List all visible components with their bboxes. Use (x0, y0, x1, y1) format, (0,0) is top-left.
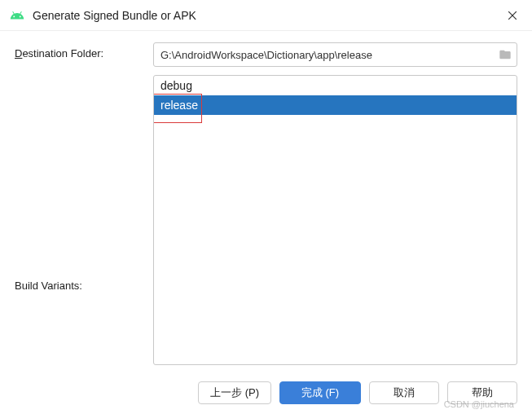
build-variants-label: Build Variants: (15, 75, 153, 365)
finish-button[interactable]: 完成 (F) (279, 381, 361, 404)
variant-item-release[interactable]: release (154, 95, 517, 115)
close-button[interactable] (503, 6, 522, 25)
title-bar: Generate Signed Bundle or APK (0, 0, 532, 31)
variant-item-debug[interactable]: debug (154, 76, 517, 95)
help-button[interactable]: 帮助 (447, 381, 517, 404)
window-title: Generate Signed Bundle or APK (33, 9, 503, 22)
dialog-button-bar: 上一步 (P) 完成 (F) 取消 帮助 (198, 381, 517, 404)
destination-folder-field-wrap (153, 42, 517, 67)
previous-button[interactable]: 上一步 (P) (198, 381, 271, 404)
cancel-button[interactable]: 取消 (369, 381, 439, 404)
close-icon (508, 11, 517, 20)
destination-folder-label: Destination Folder: (15, 42, 153, 59)
folder-icon (499, 48, 512, 61)
browse-folder-button[interactable] (494, 43, 517, 66)
build-variants-list[interactable]: debug release (153, 75, 517, 365)
destination-folder-input[interactable] (154, 49, 494, 61)
android-icon (10, 8, 24, 23)
